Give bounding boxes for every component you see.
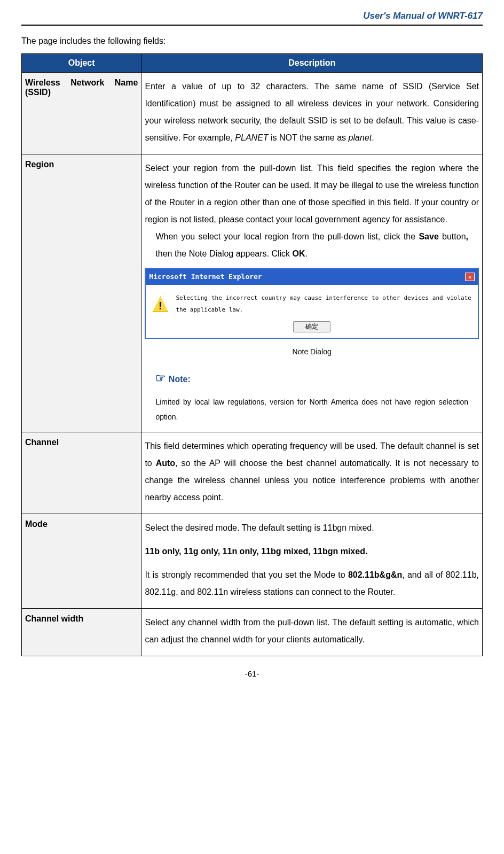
object-cell: Region — [22, 154, 141, 432]
description-cell: Select your region from the pull-down li… — [141, 154, 483, 432]
object-cell: Mode — [22, 514, 141, 609]
object-cell: Channel — [22, 432, 141, 514]
table-row: Mode Select the desired mode. The defaul… — [22, 514, 483, 609]
note-label: Note: — [169, 375, 191, 384]
table-row: Wireless Network Name (SSID) Enter a val… — [22, 73, 483, 154]
warning-icon: ! — [152, 296, 168, 312]
dialog-message: Selecting the incorrect country may caus… — [176, 292, 471, 316]
dialog-message-row: ! Selecting the incorrect country may ca… — [152, 292, 471, 316]
page-header-title: User's Manual of WNRT-617 — [21, 11, 483, 26]
table-row: Region Select your region from the pull-… — [22, 154, 483, 432]
desc-bold-paragraph: 11b only, 11g only, 11n only, 11bg mixed… — [145, 543, 479, 560]
desc-text: . — [372, 133, 374, 142]
close-icon[interactable]: ✕ — [465, 273, 475, 281]
table-row: Channel This field determines which oper… — [22, 432, 483, 514]
table-row: Channel width Select any channel width f… — [22, 609, 483, 656]
desc-paragraph: Select any channel width from the pull-d… — [145, 614, 479, 648]
desc-bold: 802.11b&g&n — [348, 570, 402, 579]
desc-text: , so the AP will choose the best channel… — [145, 459, 479, 502]
col-header-object: Object — [22, 54, 141, 73]
dialog-body: ! Selecting the incorrect country may ca… — [146, 285, 478, 338]
description-cell: This field determines which operating fr… — [141, 432, 483, 514]
desc-bold: Auto — [156, 459, 175, 468]
desc-text: It is strongly recommended that you set … — [145, 570, 348, 579]
dialog-caption: Note Dialog — [145, 344, 479, 359]
desc-bold: Save — [419, 232, 438, 241]
dialog-titlebar: Microsoft Internet Explorer ✕ — [146, 269, 478, 285]
desc-text: is NOT the same as — [269, 133, 349, 142]
desc-paragraph: Select your region from the pull-down li… — [145, 160, 479, 228]
note-heading: ☞ Note: — [145, 367, 479, 390]
intro-text: The page includes the following fields: — [21, 36, 483, 46]
desc-text: button — [439, 232, 466, 241]
ok-button[interactable]: 确定 — [293, 321, 330, 332]
desc-subparagraph: When you select your local region from t… — [145, 228, 479, 262]
description-cell: Select the desired mode. The default set… — [141, 514, 483, 609]
description-cell: Select any channel width from the pull-d… — [141, 609, 483, 656]
desc-text: then the Note Dialog appears. Click — [155, 249, 292, 258]
desc-text: . — [305, 249, 308, 258]
description-cell: Enter a value of up to 32 characters. Th… — [141, 73, 483, 154]
object-cell: Channel width — [22, 609, 141, 656]
fields-table: Object Description Wireless Network Name… — [21, 53, 483, 656]
pointing-hand-icon: ☞ — [155, 371, 166, 385]
desc-em: planet — [349, 133, 372, 142]
desc-bold: , — [466, 232, 468, 241]
col-header-description: Description — [141, 54, 483, 73]
note-text: Limited by local law regulations, versio… — [145, 394, 479, 424]
desc-paragraph: Select the desired mode. The default set… — [145, 519, 479, 537]
desc-em: PLANET — [235, 133, 268, 142]
dialog-title: Microsoft Internet Explorer — [149, 270, 262, 284]
desc-text: When you select your local region from t… — [155, 232, 419, 241]
object-cell: Wireless Network Name (SSID) — [22, 73, 141, 154]
page-number: -61- — [21, 669, 483, 678]
desc-paragraph: It is strongly recommended that you set … — [145, 566, 479, 601]
note-dialog: Microsoft Internet Explorer ✕ ! Selectin… — [145, 268, 479, 339]
desc-bold: OK — [293, 249, 305, 258]
